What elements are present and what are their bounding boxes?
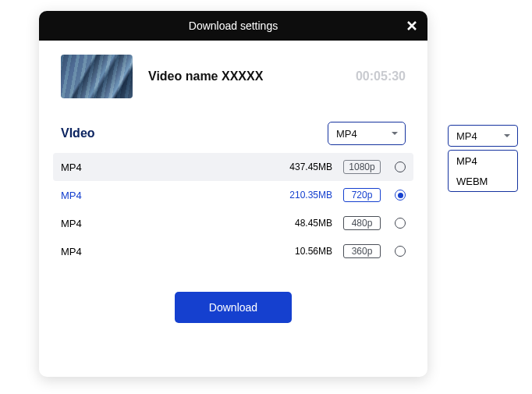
- section-title: VIdeo: [61, 126, 95, 140]
- format-row[interactable]: MP4 10.56MB 360p: [53, 237, 413, 265]
- radio-icon[interactable]: [395, 162, 406, 172]
- row-size: 437.45MB: [289, 162, 332, 172]
- modal-titlebar: Download settings: [39, 11, 427, 41]
- format-rows: MP4 437.45MB 1080p MP4 210.35MB 720p MP4…: [53, 153, 413, 265]
- close-button[interactable]: [404, 18, 420, 34]
- chevron-down-icon: [391, 130, 399, 137]
- video-name: Video name XXXXX: [148, 69, 340, 83]
- format-select[interactable]: MP4: [328, 122, 406, 145]
- row-format: MP4: [61, 162, 108, 173]
- modal-title: Download settings: [189, 20, 278, 32]
- format-select-value: MP4: [336, 128, 357, 140]
- row-size: 48.45MB: [295, 218, 332, 229]
- format-options-list: MP4 WEBM: [448, 150, 518, 192]
- radio-icon[interactable]: [395, 218, 406, 229]
- format-row[interactable]: MP4 210.35MB 720p: [53, 181, 413, 209]
- row-size: 10.56MB: [295, 246, 332, 257]
- close-icon: [406, 20, 418, 32]
- row-size: 210.35MB: [289, 190, 332, 201]
- video-meta: Video name XXXXX 00:05:30: [61, 55, 406, 98]
- modal-body: Video name XXXXX 00:05:30 VIdeo MP4 MP4 …: [39, 41, 427, 342]
- format-option[interactable]: MP4: [449, 151, 517, 171]
- format-select-value: MP4: [456, 130, 477, 142]
- format-row[interactable]: MP4 48.45MB 480p: [53, 209, 413, 237]
- row-quality: 720p: [343, 188, 381, 202]
- radio-icon[interactable]: [395, 190, 406, 201]
- radio-icon[interactable]: [395, 246, 406, 257]
- chevron-down-icon: [503, 132, 511, 140]
- row-format: MP4: [61, 218, 108, 229]
- row-format: MP4: [61, 246, 108, 257]
- row-quality: 360p: [343, 244, 381, 258]
- row-format: MP4: [61, 190, 108, 201]
- row-quality: 480p: [343, 216, 381, 230]
- format-row[interactable]: MP4 437.45MB 1080p: [53, 153, 413, 181]
- format-option[interactable]: WEBM: [449, 171, 517, 191]
- download-button[interactable]: Download: [175, 292, 292, 323]
- format-dropdown-open: MP4 MP4 WEBM: [448, 125, 518, 192]
- download-settings-modal: Download settings Video name XXXXX 00:05…: [39, 11, 427, 377]
- row-quality: 1080p: [343, 160, 381, 174]
- format-select[interactable]: MP4: [448, 125, 518, 147]
- video-duration: 00:05:30: [356, 69, 406, 83]
- video-section-header: VIdeo MP4: [61, 122, 406, 145]
- video-thumbnail: [61, 55, 133, 98]
